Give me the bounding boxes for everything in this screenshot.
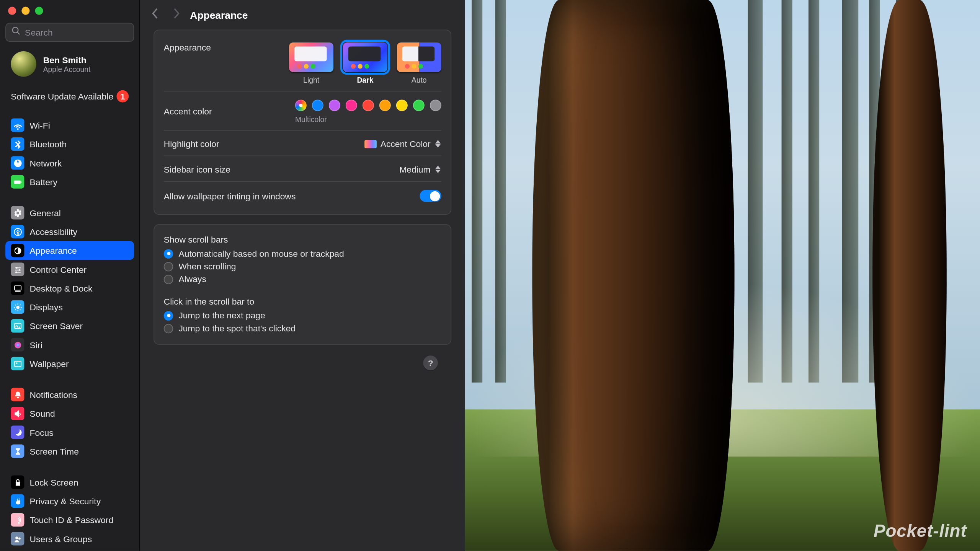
gear-icon [11, 206, 24, 220]
sidebar-item-accessibility[interactable]: Accessibility [5, 222, 134, 241]
sidebar-item-siri[interactable]: Siri [5, 335, 134, 354]
search-icon [11, 26, 25, 39]
apple-account-row[interactable]: Ben Smith Apple Account [0, 47, 139, 83]
accent-swatch-pink[interactable] [346, 99, 357, 111]
window-minimize-button[interactable] [21, 7, 29, 15]
accent-swatch-orange[interactable] [379, 99, 391, 111]
sidebar-item-privacy-security[interactable]: Privacy & Security [5, 492, 134, 510]
sidebar-item-label: Focus [29, 427, 53, 437]
chevron-up-down-icon [434, 166, 441, 173]
sidebar-item-battery[interactable]: Battery [5, 173, 134, 191]
sidebar-item-screen-saver[interactable]: Screen Saver [5, 316, 134, 335]
sidebar-item-label: General [29, 208, 60, 218]
sidebar-nav: Wi-FiBluetoothNetworkBatteryGeneralAcces… [0, 112, 139, 551]
sidebar-item-wi-fi[interactable]: Wi-Fi [5, 116, 134, 135]
accent-swatch-blue[interactable] [312, 99, 323, 111]
bluetooth-icon [11, 137, 24, 151]
appearance-option-label: Dark [357, 76, 373, 84]
accent-swatch-graphite[interactable] [430, 99, 441, 111]
radio-icon [164, 324, 173, 333]
accent-swatch-yellow[interactable] [396, 99, 408, 111]
accent-swatch-green[interactable] [413, 99, 425, 111]
appearance-option-light[interactable]: Light [289, 42, 333, 84]
accent-swatch-multicolor[interactable] [295, 99, 307, 111]
sidebar-item-label: Wi-Fi [29, 120, 50, 130]
svg-point-5 [15, 271, 16, 273]
wifi-icon [11, 119, 24, 132]
dock-icon [11, 282, 24, 295]
svg-rect-7 [15, 290, 20, 292]
sidebar-item-focus[interactable]: Focus [5, 423, 134, 442]
account-subtitle: Apple Account [43, 65, 91, 73]
scroll_click-option-1[interactable]: Jump to the spot that's clicked [164, 322, 441, 334]
watermark: Pocket-lint [874, 520, 967, 541]
accessibility-icon [11, 225, 24, 238]
radio-icon [164, 274, 173, 284]
sidebar-item-label: Touch ID & Password [29, 515, 113, 525]
appearance-icon [11, 244, 24, 257]
svg-point-14 [18, 537, 20, 540]
sidebar-item-general[interactable]: General [5, 204, 134, 222]
radio-icon [164, 311, 173, 320]
sidebar-item-label: Desktop & Dock [29, 283, 92, 293]
svg-rect-11 [14, 361, 21, 366]
window-controls [0, 0, 139, 20]
search-input[interactable] [25, 27, 138, 37]
accent-swatch-red[interactable] [363, 99, 374, 111]
accent-caption: Multicolor [295, 115, 441, 123]
sidebar-icon-size-select[interactable]: Medium [399, 164, 441, 174]
sidebar-item-label: Lock Screen [29, 477, 78, 487]
svg-point-8 [16, 305, 19, 309]
scrollbars-title: Show scroll bars [164, 234, 441, 247]
battery-icon [11, 175, 24, 189]
radio-label: Jump to the spot that's clicked [178, 323, 296, 333]
highlight-color-label: Highlight color [164, 139, 219, 149]
search-field[interactable] [5, 23, 134, 42]
avatar [11, 51, 36, 77]
content: Appearance Appearance LightDarkAuto Acce… [140, 0, 465, 551]
radio-label: When scrolling [178, 261, 236, 271]
sidebar-item-touch-id-password[interactable]: Touch ID & Password [5, 510, 134, 529]
sun-icon [11, 300, 24, 314]
window-close-button[interactable] [8, 7, 16, 15]
appearance-option-dark[interactable]: Dark [343, 42, 387, 84]
nav-forward-button[interactable] [172, 8, 181, 21]
radio-label: Automatically based on mouse or trackpad [178, 248, 344, 258]
moon-icon [11, 425, 24, 439]
help-button[interactable]: ? [423, 355, 438, 370]
highlight-color-value: Accent Color [381, 139, 431, 149]
sidebar-item-label: Control Center [29, 264, 87, 274]
scroll_click-option-0[interactable]: Jump to the next page [164, 309, 441, 322]
sidebar-item-label: Screen Time [29, 446, 78, 456]
sidebar-item-sound[interactable]: Sound [5, 404, 134, 423]
sidebar-item-label: Bluetooth [29, 139, 67, 149]
sidebar-item-network[interactable]: Network [5, 153, 134, 172]
sidebar-item-wallpaper[interactable]: Wallpaper [5, 354, 134, 373]
radio-label: Always [178, 274, 206, 284]
sidebar-item-lock-screen[interactable]: Lock Screen [5, 473, 134, 492]
accent-swatch-purple[interactable] [329, 99, 340, 111]
wallpaper-tinting-toggle[interactable] [420, 190, 441, 202]
page-title: Appearance [190, 9, 248, 21]
scrollbars-option-2[interactable]: Always [164, 273, 441, 285]
sidebar-item-label: Screen Saver [29, 321, 83, 331]
sidebar-item-screen-time[interactable]: Screen Time [5, 442, 134, 461]
sidebar-item-users-groups[interactable]: Users & Groups [5, 529, 134, 548]
sidebar-item-appearance[interactable]: Appearance [5, 241, 134, 260]
svg-point-13 [15, 536, 18, 539]
sidebar-item-notifications[interactable]: Notifications [5, 385, 134, 404]
svg-point-12 [16, 362, 17, 364]
scrollbars-option-1[interactable]: When scrolling [164, 260, 441, 272]
wallpaper-tinting-label: Allow wallpaper tinting in windows [164, 191, 296, 201]
sidebar-item-control-center[interactable]: Control Center [5, 260, 134, 279]
window-zoom-button[interactable] [35, 7, 43, 15]
sidebar-item-bluetooth[interactable]: Bluetooth [5, 135, 134, 153]
sidebar-item-label: Notifications [29, 390, 77, 399]
sidebar-item-displays[interactable]: Displays [5, 298, 134, 316]
appearance-option-auto[interactable]: Auto [397, 42, 441, 84]
software-update-row[interactable]: Software Update Available 1 [0, 83, 139, 112]
sidebar-item-desktop-dock[interactable]: Desktop & Dock [5, 279, 134, 298]
nav-back-button[interactable] [151, 8, 160, 21]
highlight-color-select[interactable]: Accent Color [364, 139, 441, 149]
scrollbars-option-0[interactable]: Automatically based on mouse or trackpad [164, 247, 441, 260]
